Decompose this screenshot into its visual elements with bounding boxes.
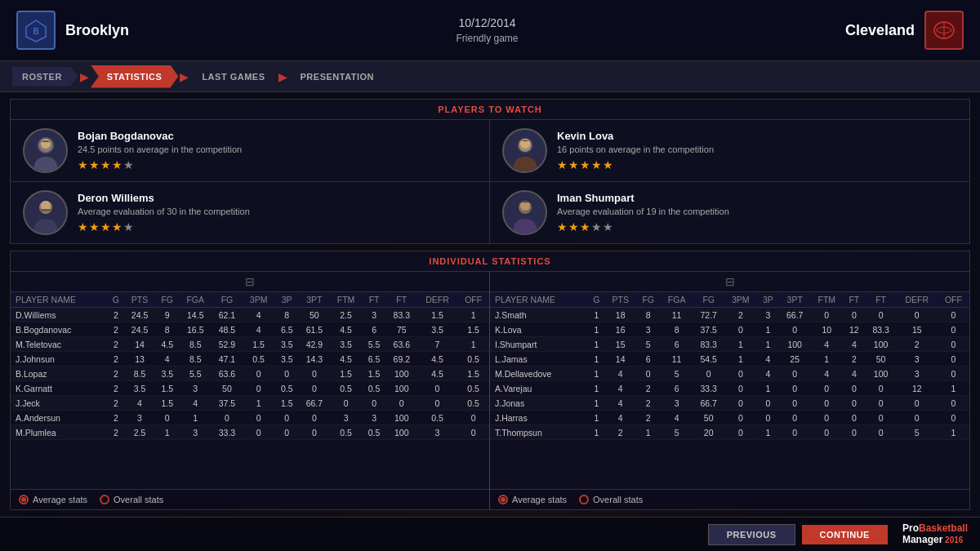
- table-cell: 1: [757, 425, 779, 440]
- table-cell: 4.5: [155, 337, 180, 352]
- table-cell: 3: [897, 367, 938, 381]
- table-cell: 0: [938, 396, 969, 411]
- match-header: B Brooklyn 10/12/2014 Friendly game Clev…: [0, 0, 980, 61]
- table-cell: K.Garnatt: [11, 381, 108, 396]
- radio-circle-overall-right: [579, 495, 589, 504]
- col-pts: PTS: [124, 292, 155, 308]
- table-row: L.Jamas11461154.51425125030: [490, 352, 969, 367]
- table-cell: 3.5: [124, 381, 155, 396]
- table-cell: 4: [810, 367, 843, 381]
- table-cell: 16.5: [179, 322, 212, 337]
- table-cell: 0: [843, 411, 865, 425]
- team-left-logo: B: [16, 11, 56, 50]
- col-ft: FT: [362, 292, 386, 308]
- table-cell: 3: [179, 381, 212, 396]
- table-cell: 18: [605, 308, 636, 322]
- table-cell: M.Plumlea: [11, 425, 108, 440]
- stats-table-right-wrapper[interactable]: PLAYER NAME G PTS FG FGA FG 3PM 3P 3PT: [490, 292, 969, 489]
- previous-button[interactable]: PREVIOUS: [708, 524, 795, 545]
- table-row: J.Jonas142366.700000000: [490, 396, 969, 411]
- svg-rect-13: [40, 209, 51, 211]
- table-cell: 0: [155, 411, 180, 425]
- table-row: A.Andersun23010000331000.50: [11, 411, 489, 425]
- table-cell: 33.3: [212, 425, 243, 440]
- player-stars-4: ★★★★★: [557, 220, 957, 233]
- table-cell: 1.5: [330, 367, 363, 381]
- team-right-logo: [924, 11, 964, 50]
- table-cell: 25: [779, 352, 810, 367]
- col-defr: DEFR: [417, 292, 458, 308]
- table-cell: 0: [417, 381, 458, 396]
- table-cell: 0: [757, 411, 779, 425]
- col-fgpct-r: FG: [693, 292, 724, 308]
- table-row: J.Johnsun21348.547.10.53.514.34.56.569.2…: [11, 352, 489, 367]
- player-info-4: Iman Shumpart Average evaluation of 19 i…: [557, 192, 957, 233]
- table-cell: 3: [330, 411, 363, 425]
- col-ftpct: FT: [386, 292, 417, 308]
- continue-button[interactable]: CONTINUE: [802, 525, 888, 544]
- team-right-section: Cleveland: [845, 11, 964, 50]
- table-cell: 2: [108, 352, 124, 367]
- table-cell: 5: [636, 337, 661, 352]
- table-cell: 0: [274, 367, 299, 381]
- scroll-icon-left[interactable]: ⊟: [11, 272, 489, 292]
- table-cell: 1: [588, 352, 605, 367]
- tab-last-games[interactable]: LAST GAMES: [190, 65, 276, 88]
- table-cell: J.Jonas: [490, 396, 588, 411]
- tab-presentation[interactable]: PRESENTATION: [289, 65, 386, 88]
- table-cell: 4: [605, 411, 636, 425]
- table-cell: K.Lova: [490, 322, 588, 337]
- player-watch-item-4: Iman Shumpart Average evaluation of 19 i…: [490, 182, 969, 243]
- player-avatar-3: [23, 190, 68, 235]
- table-cell: 0: [243, 367, 275, 381]
- col-g: G: [108, 292, 124, 308]
- team-left-name: Brooklyn: [65, 22, 129, 39]
- table-cell: 50: [865, 352, 896, 367]
- scroll-icon-right[interactable]: ⊟: [490, 272, 969, 292]
- table-cell: 0: [274, 425, 299, 440]
- table-cell: 66.7: [779, 308, 810, 322]
- left-radio-overall[interactable]: Overall stats: [100, 495, 163, 504]
- table-row: M.Teletovac2144.58.552.91.53.542.93.55.5…: [11, 337, 489, 352]
- right-radio-average[interactable]: Average stats: [498, 495, 567, 504]
- left-radio-average[interactable]: Average stats: [19, 495, 87, 504]
- player-avatar-4: [502, 190, 547, 235]
- table-cell: 2: [636, 381, 661, 396]
- table-cell: 0: [299, 425, 330, 440]
- table-cell: 8: [155, 322, 180, 337]
- table-cell: 100: [386, 367, 417, 381]
- table-cell: 4.5: [330, 322, 363, 337]
- tab-roster[interactable]: ROSTER: [12, 67, 78, 87]
- table-cell: 0: [938, 322, 969, 337]
- tab-statistics[interactable]: STATISTICS: [91, 65, 179, 88]
- col-3pm: 3PM: [243, 292, 275, 308]
- table-row: M.Plumlea22.51333.30000.50.510030: [11, 425, 489, 440]
- table-row: T.Thompsun12152001000051: [490, 425, 969, 440]
- player-watch-item-2: Kevin Lova 16 points on average in the c…: [490, 120, 969, 182]
- stats-table-left-wrapper[interactable]: PLAYER NAME G PTS FG FGA FG 3PM 3P 3PT: [11, 292, 489, 489]
- table-cell: 4: [243, 308, 275, 322]
- table-cell: 0: [724, 396, 757, 411]
- col-off: OFF: [457, 292, 489, 308]
- table-cell: 2: [843, 352, 865, 367]
- col-3p-r: 3P: [757, 292, 779, 308]
- player-stars-3: ★★★★★: [78, 220, 477, 233]
- col-ftpct-r: FT: [865, 292, 896, 308]
- table-cell: 100: [386, 411, 417, 425]
- table-cell: 33.3: [693, 381, 724, 396]
- table-cell: 0: [938, 367, 969, 381]
- table-cell: 6: [661, 337, 693, 352]
- table-cell: 6: [636, 352, 661, 367]
- table-cell: 2: [897, 337, 938, 352]
- col-fga: FGA: [179, 292, 212, 308]
- table-cell: 0.5: [362, 425, 386, 440]
- table-cell: I.Shumpart: [490, 337, 588, 352]
- table-row: B.Lopaz28.53.55.563.60001.51.51004.51.5: [11, 367, 489, 381]
- table-cell: B.Lopaz: [11, 367, 108, 381]
- table-cell: 0: [779, 381, 810, 396]
- right-radio-overall[interactable]: Overall stats: [579, 495, 643, 504]
- table-cell: 0: [724, 425, 757, 440]
- table-row: K.Garnatt23.51.535000.500.50.510000.5: [11, 381, 489, 396]
- table-cell: 2: [724, 308, 757, 322]
- table-cell: 1: [588, 411, 605, 425]
